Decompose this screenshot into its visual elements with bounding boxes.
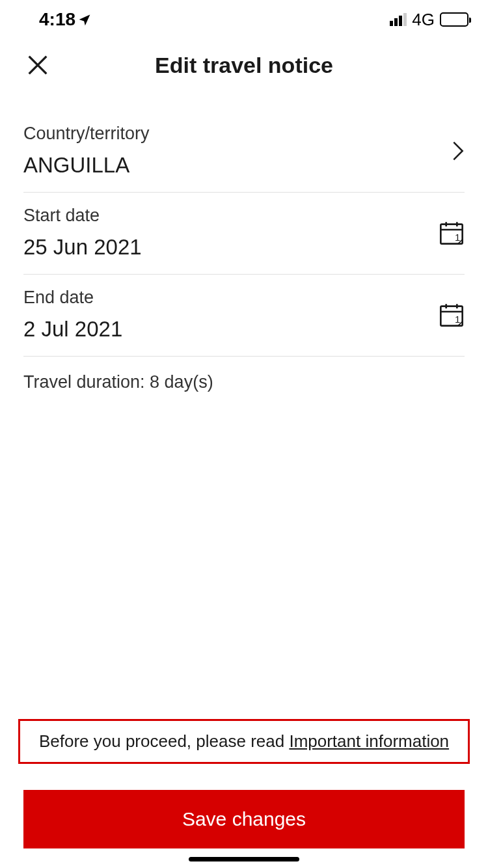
network-label: 4G (412, 10, 435, 30)
calendar-icon: 1 (439, 302, 465, 328)
status-bar: 4:18 4G (0, 0, 488, 33)
start-date-value: 25 Jun 2021 (23, 235, 142, 260)
battery-icon (440, 12, 468, 27)
start-date-field[interactable]: Start date 25 Jun 2021 1 (23, 193, 465, 275)
important-info-box: Before you proceed, please read Importan… (18, 719, 470, 764)
end-date-field[interactable]: End date 2 Jul 2021 1 (23, 275, 465, 357)
country-field[interactable]: Country/territory ANGUILLA (23, 111, 465, 193)
page-title: Edit travel notice (155, 53, 333, 78)
country-value: ANGUILLA (23, 153, 150, 178)
close-icon[interactable] (25, 52, 51, 78)
header: Edit travel notice (0, 39, 488, 91)
save-button[interactable]: Save changes (23, 790, 465, 848)
location-icon (78, 13, 91, 26)
signal-icon (390, 13, 407, 26)
svg-text:1: 1 (455, 231, 460, 242)
status-time: 4:18 (39, 9, 75, 30)
start-date-label: Start date (23, 206, 142, 226)
end-date-label: End date (23, 288, 122, 308)
info-prefix: Before you proceed, please read (39, 731, 289, 751)
calendar-icon: 1 (439, 220, 465, 246)
chevron-right-icon (452, 139, 465, 163)
travel-duration: Travel duration: 8 day(s) (0, 357, 488, 392)
home-indicator[interactable] (189, 857, 299, 861)
end-date-value: 2 Jul 2021 (23, 317, 122, 342)
svg-text:1: 1 (455, 313, 460, 324)
country-label: Country/territory (23, 124, 150, 144)
important-info-link[interactable]: Important information (289, 731, 449, 751)
